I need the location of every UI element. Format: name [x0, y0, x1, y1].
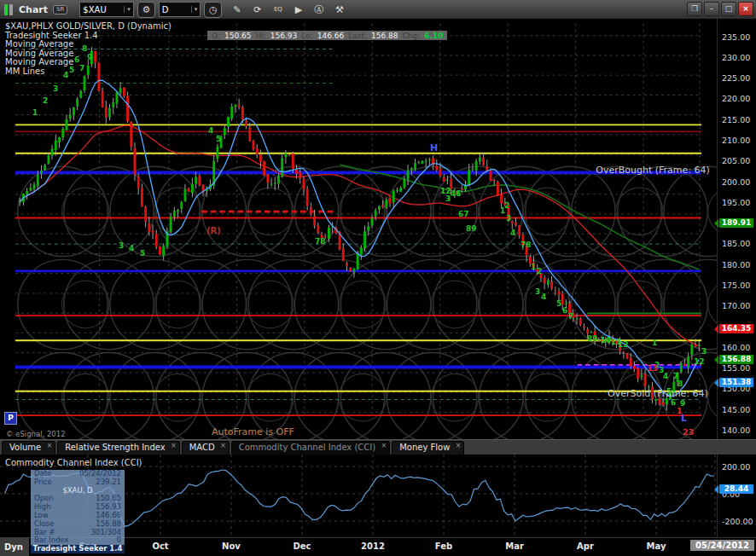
close-button[interactable]: × — [738, 2, 753, 16]
wave-count: 12 — [694, 357, 705, 366]
quote-value: 150.65 — [224, 32, 252, 40]
price-tick: 210.00 — [722, 136, 750, 145]
tab-money-flow[interactable]: Money Flow× — [392, 441, 464, 455]
badge-arrow — [714, 485, 718, 494]
play-icon[interactable]: ▶ — [290, 3, 306, 17]
replay-icon[interactable]: ⟳ — [249, 3, 265, 17]
cci-title: Commodity Channel Index (CCI) — [5, 458, 142, 467]
symbol-combo[interactable]: $XAU ▾ — [79, 2, 134, 17]
data-tooltip: Date05/24/2012Price239.21$XAU, DOpen150.… — [31, 470, 125, 553]
price-tick: 185.00 — [722, 239, 750, 248]
maximize-button[interactable]: □ — [721, 2, 736, 16]
wave-count: 3 — [53, 84, 58, 93]
window-title: Chart — [19, 4, 48, 15]
quote-value: 156.88 — [371, 32, 398, 40]
price-badge: 151.38 — [719, 378, 753, 387]
link-badge: SR — [53, 5, 67, 14]
minimize-button[interactable]: – — [704, 2, 719, 16]
wave-count: 1 — [32, 108, 38, 117]
wave-count: 6 — [671, 398, 676, 407]
interval-combo[interactable]: D ▾ — [159, 2, 201, 17]
wave-count: 5 — [140, 249, 145, 258]
time-template-button[interactable]: ◷ — [204, 2, 222, 18]
wave-count: 2 — [504, 201, 509, 210]
change-value: 6.10 — [424, 32, 443, 40]
wave-count: 4 — [663, 372, 668, 380]
wave-count: 78 — [520, 240, 532, 249]
tooltip-label: Price — [34, 478, 52, 487]
study-label: MM Lines — [5, 67, 172, 77]
restore-window-button[interactable]: ❐ — [687, 2, 702, 16]
quote-bar: O:150.65Hi:156.93Lo:146.66Last:156.88Chg… — [207, 31, 447, 40]
overbought-label: OverBought (Frame: 64) — [589, 165, 717, 176]
dyn-mode-label: Dyn — [0, 538, 29, 556]
chevron-down-icon[interactable]: ▾ — [191, 6, 198, 13]
tab-commodity-channel-index-cci-[interactable]: Commodity Channel Index (CCI)× — [231, 441, 391, 455]
price-tick: 235.00 — [722, 32, 750, 42]
month-label: May — [647, 542, 666, 551]
titlebar: Chart SR $XAU ▾ ⚙ D ▾ ◷ ✎⟳EQ▶Ⓐ⚒ ❐–□× — [0, 0, 756, 19]
autoframe-status: AutoFrame is OFF — [212, 426, 294, 437]
swing-marker: H — [430, 142, 438, 153]
price-tick: 225.00 — [722, 73, 750, 83]
quote-label: Chg: — [402, 32, 420, 40]
page-badge[interactable]: P — [4, 412, 17, 425]
wave-count: 4 — [208, 126, 213, 135]
price-tick: 155.00 — [722, 363, 750, 373]
auto-circle-icon[interactable]: Ⓐ — [311, 3, 327, 17]
tab-close-icon[interactable]: × — [171, 442, 177, 449]
tab-close-icon[interactable]: × — [220, 442, 226, 449]
badge-arrow — [714, 219, 718, 228]
wave-count: 89 — [466, 224, 477, 233]
wave-count: 6 — [562, 306, 567, 315]
month-label: Oct — [152, 542, 168, 551]
symbol-gear-button[interactable]: ⚙ — [137, 2, 155, 18]
tooltip-value: 239.21 — [96, 478, 121, 487]
price-tick: 200.00 — [722, 177, 750, 187]
badge-arrow — [714, 356, 718, 364]
pencil-icon[interactable]: ✎ — [229, 3, 245, 17]
price-tick: 175.00 — [722, 281, 750, 290]
badge-arrow — [714, 379, 718, 387]
price-tick: 205.00 — [722, 156, 750, 165]
wave-count: 2 — [537, 267, 542, 275]
tab-close-icon[interactable]: × — [381, 442, 387, 449]
cci-tick: -200.00 — [722, 517, 753, 526]
wave-count: 5 — [216, 135, 221, 143]
wave-count: 3 — [701, 347, 707, 356]
wave-count: 78 — [315, 237, 326, 246]
wave-count: 7 — [568, 312, 573, 321]
chevron-down-icon[interactable]: ▾ — [124, 6, 131, 13]
chart-window: Chart SR $XAU ▾ ⚙ D ▾ ◷ ✎⟳EQ▶Ⓐ⚒ ❐–□× $XA… — [0, 0, 756, 556]
quote-label: Last: — [348, 32, 367, 40]
tab-volume[interactable]: Volume× — [2, 441, 55, 455]
wave-count: 12 — [618, 340, 629, 349]
eraser-icon[interactable]: ⚒ — [331, 3, 347, 17]
symbol-description: $XAU,PHLX GOLD/SILVER, D (Dynamic) — [5, 22, 172, 32]
price-axis[interactable]: 235.00230.00225.00220.00215.00210.00205.… — [717, 19, 756, 439]
eq-icon[interactable]: EQ — [270, 3, 286, 17]
tab-close-icon[interactable]: × — [456, 442, 462, 449]
app-icon — [4, 4, 13, 15]
tab-close-icon[interactable]: × — [47, 442, 53, 449]
chart-legend: $XAU,PHLX GOLD/SILVER, D (Dynamic)Trades… — [5, 22, 172, 77]
price-tick: 140.00 — [722, 426, 750, 435]
month-label: Dec — [293, 542, 311, 551]
price-chart-plot[interactable] — [0, 19, 717, 439]
wave-count: 4 — [129, 244, 134, 252]
tab-relative-strength-index[interactable]: Relative Strength Index× — [57, 441, 179, 455]
wave-count: 89 — [587, 334, 598, 343]
cci-axis[interactable]: 200.000.00-200.0028.44 — [717, 455, 756, 537]
wave-count: 4 — [510, 229, 515, 237]
cci-value-badge: 28.44 — [719, 484, 753, 494]
tab-macd[interactable]: MACD× — [182, 441, 230, 455]
quote-value: 146.66 — [317, 32, 345, 40]
month-label: Apr — [577, 542, 594, 551]
price-tick: 180.00 — [722, 260, 750, 269]
price-tick: 145.00 — [722, 405, 750, 414]
price-tick: 220.00 — [722, 94, 750, 103]
wave-count: 8 — [677, 379, 683, 388]
price-tick: 230.00 — [722, 53, 750, 62]
symbol-value: $XAU — [83, 5, 119, 14]
quote-value: 156.93 — [270, 32, 298, 40]
